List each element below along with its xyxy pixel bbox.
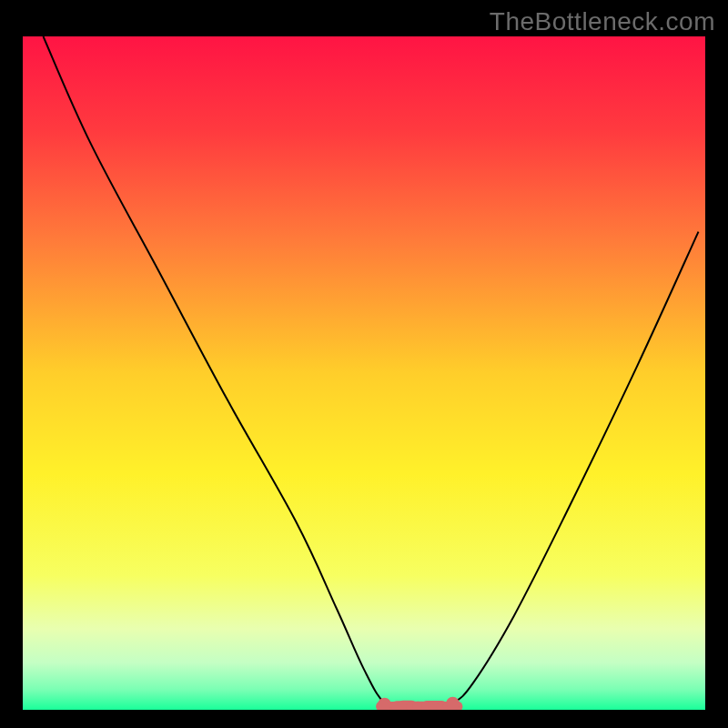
watermark-text: TheBottleneck.com — [490, 7, 715, 36]
plot-area — [23, 36, 705, 710]
gradient-background — [23, 36, 705, 710]
chart-frame: TheBottleneck.com — [0, 0, 728, 728]
chart-svg — [23, 36, 705, 710]
